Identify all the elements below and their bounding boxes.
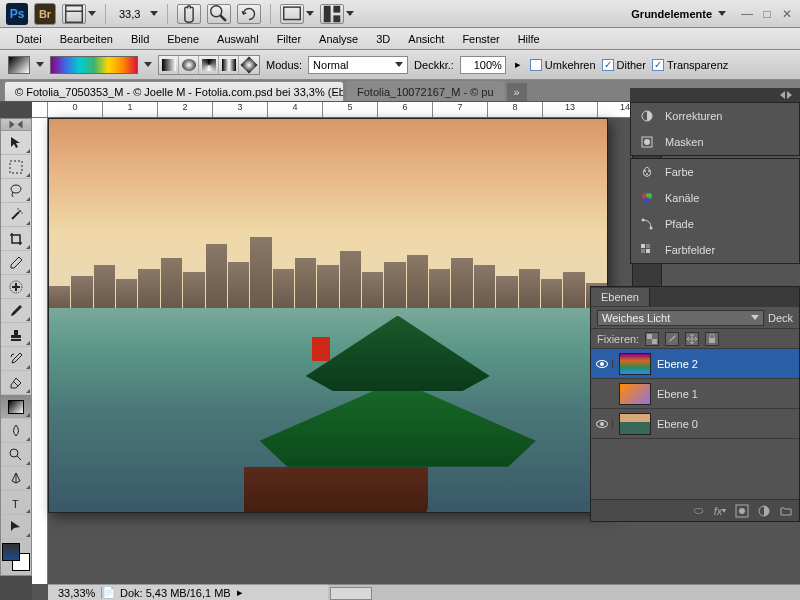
hand-tool-icon[interactable] [177, 4, 201, 24]
stamp-tool[interactable] [1, 323, 31, 347]
panel-collapse-header[interactable] [630, 88, 800, 102]
menu-bild[interactable]: Bild [123, 30, 157, 48]
gradient-preview[interactable] [50, 56, 138, 74]
diamond-gradient-icon[interactable] [239, 56, 259, 74]
visibility-toggle[interactable] [591, 420, 613, 428]
move-tool[interactable] [1, 131, 31, 155]
adjustment-layer-icon[interactable] [757, 504, 771, 518]
minimize-icon[interactable]: — [740, 7, 754, 21]
rotate-view-icon[interactable] [237, 4, 261, 24]
radial-gradient-icon[interactable] [179, 56, 199, 74]
linear-gradient-icon[interactable] [159, 56, 179, 74]
layer-row-1[interactable]: Ebene 1 [591, 379, 799, 409]
layer-thumbnail[interactable] [619, 383, 651, 405]
marquee-tool[interactable] [1, 155, 31, 179]
layer-thumbnail[interactable] [619, 353, 651, 375]
panel-farbfelder[interactable]: Farbfelder [631, 237, 799, 263]
history-brush-tool[interactable] [1, 347, 31, 371]
svg-point-41 [644, 170, 646, 172]
layer-row-0[interactable]: Ebene 0 [591, 409, 799, 439]
opacity-input[interactable]: 100% [460, 56, 506, 74]
crop-tool[interactable] [1, 227, 31, 251]
gradient-tool-icon[interactable] [8, 56, 30, 74]
path-select-tool[interactable] [1, 515, 31, 539]
bridge-icon[interactable]: Br [34, 3, 56, 25]
angle-gradient-icon[interactable] [199, 56, 219, 74]
svg-rect-4 [284, 7, 301, 19]
reflected-gradient-icon[interactable] [219, 56, 239, 74]
menu-fenster[interactable]: Fenster [454, 30, 507, 48]
visibility-toggle[interactable] [591, 360, 613, 368]
eyedropper-tool[interactable] [1, 251, 31, 275]
status-bar: 33,33% 📄 Dok: 5,43 MB/16,1 MB ▸ [48, 584, 800, 600]
blur-tool[interactable] [1, 419, 31, 443]
blend-mode-select[interactable]: Normal [308, 56, 408, 74]
opacity-flyout-icon[interactable]: ▸ [512, 58, 524, 71]
healing-tool[interactable] [1, 275, 31, 299]
svg-line-17 [13, 381, 18, 386]
layer-blend-select[interactable]: Weiches Licht [597, 310, 764, 326]
status-menu-icon[interactable]: 📄 [102, 586, 114, 599]
layer-group-icon[interactable] [779, 504, 793, 518]
document-tab-inactive[interactable]: Fotolia_10072167_M - © pu [346, 81, 505, 101]
foreground-color-swatch[interactable] [2, 543, 20, 561]
layer-mask-icon[interactable] [735, 504, 749, 518]
lock-all-icon[interactable] [705, 332, 719, 346]
maximize-icon[interactable]: □ [760, 7, 774, 21]
menu-ansicht[interactable]: Ansicht [400, 30, 452, 48]
panel-masken[interactable]: Masken [631, 129, 799, 155]
workspace-dropdown[interactable]: Grundelemente [623, 8, 734, 20]
panel-korrekturen[interactable]: Korrekturen [631, 103, 799, 129]
panel-farbe[interactable]: Farbe [631, 159, 799, 185]
layout-dropdown[interactable] [62, 4, 96, 24]
link-layers-icon[interactable]: ⬭ [691, 504, 705, 518]
transparency-checkbox[interactable]: ✓Transparenz [652, 59, 728, 71]
panel-kanale[interactable]: Kanäle [631, 185, 799, 211]
eraser-tool[interactable] [1, 371, 31, 395]
close-icon[interactable]: ✕ [780, 7, 794, 21]
zoom-dropdown-icon[interactable] [150, 11, 158, 16]
status-flyout-icon[interactable]: ▸ [237, 586, 243, 599]
toolbox: T [0, 118, 32, 576]
panel-column: Korrekturen Masken Farbe Kanäle Pfade Fa… [630, 88, 800, 266]
lock-transparency-icon[interactable] [645, 332, 659, 346]
tab-overflow-icon[interactable]: » [507, 83, 527, 101]
document-tab-active[interactable]: © Fotolia_7050353_M - © Joelle M - Fotol… [4, 81, 344, 101]
layers-tab[interactable]: Ebenen [591, 288, 650, 306]
color-swatches[interactable] [2, 543, 30, 571]
brush-tool[interactable] [1, 299, 31, 323]
svg-rect-5 [324, 5, 331, 22]
layer-fx-icon[interactable]: fx▾ [713, 504, 727, 518]
menu-3d[interactable]: 3D [368, 30, 398, 48]
arrange-dropdown[interactable] [320, 4, 354, 24]
menu-analyse[interactable]: Analyse [311, 30, 366, 48]
reverse-checkbox[interactable]: Umkehren [530, 59, 596, 71]
pen-tool[interactable] [1, 467, 31, 491]
menu-auswahl[interactable]: Auswahl [209, 30, 267, 48]
lock-pixels-icon[interactable] [665, 332, 679, 346]
layer-row-2[interactable]: Ebene 2 [591, 349, 799, 379]
menu-ebene[interactable]: Ebene [159, 30, 207, 48]
type-tool[interactable]: T [1, 491, 31, 515]
menu-filter[interactable]: Filter [269, 30, 309, 48]
gradient-tool[interactable] [1, 395, 31, 419]
wand-tool[interactable] [1, 203, 31, 227]
menu-bearbeiten[interactable]: Bearbeiten [52, 30, 121, 48]
dither-checkbox[interactable]: ✓Dither [602, 59, 646, 71]
gradient-dropdown-icon[interactable] [144, 62, 152, 67]
tool-preset-dropdown[interactable] [36, 62, 44, 67]
horizontal-scrollbar[interactable] [328, 584, 800, 600]
dodge-tool[interactable] [1, 443, 31, 467]
document-canvas[interactable] [48, 118, 608, 513]
svg-rect-49 [641, 244, 645, 248]
toolbox-collapse-icon[interactable] [1, 119, 31, 131]
layer-thumbnail[interactable] [619, 413, 651, 435]
zoom-field[interactable]: 33,33% [54, 587, 102, 599]
menu-datei[interactable]: Datei [8, 30, 50, 48]
lock-position-icon[interactable] [685, 332, 699, 346]
screen-mode-dropdown[interactable] [280, 4, 314, 24]
zoom-tool-icon[interactable] [207, 4, 231, 24]
panel-pfade[interactable]: Pfade [631, 211, 799, 237]
lasso-tool[interactable] [1, 179, 31, 203]
menu-hilfe[interactable]: Hilfe [510, 30, 548, 48]
